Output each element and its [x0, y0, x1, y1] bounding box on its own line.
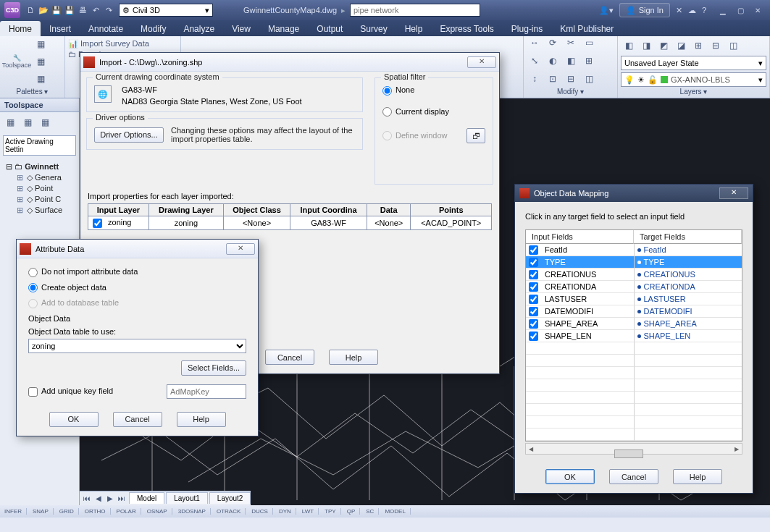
sign-in-button[interactable]: 👤 Sign In [619, 3, 670, 17]
globe-icon[interactable]: 🌐 [94, 85, 112, 103]
modify-icon[interactable]: ↕ [527, 71, 543, 87]
tab-home[interactable]: Home [0, 21, 41, 36]
qat-saveas-icon[interactable]: 💾 [64, 4, 75, 16]
help-button[interactable]: Help [177, 412, 226, 427]
palette-icon[interactable]: ▦ [33, 54, 49, 69]
status-toggle[interactable]: DUCS [251, 508, 273, 515]
tab-modify[interactable]: Modify [132, 21, 175, 36]
column-header[interactable]: Input Coordina [290, 204, 367, 216]
search-input[interactable] [350, 4, 480, 17]
status-toggle[interactable]: OSNAP [147, 508, 172, 515]
exchange-icon[interactable]: ✕ [676, 6, 682, 15]
model-tab[interactable]: Model [129, 492, 164, 504]
cancel-button[interactable]: Cancel [265, 350, 314, 365]
modify-icon[interactable]: ⊟ [563, 71, 579, 87]
h-scrollbar[interactable]: ◀ ▶ [525, 443, 742, 455]
select-fields-button[interactable]: Select Fields... [181, 360, 246, 376]
mapping-row[interactable]: TYPETYPE [526, 256, 742, 269]
status-toggle[interactable]: GRID [59, 508, 79, 515]
layer-state-dropdown[interactable]: Unsaved Layer State▾ [621, 56, 766, 70]
layer-icon[interactable]: ◩ [656, 38, 671, 54]
mapping-row[interactable]: CREATIONDACREATIONDA [526, 281, 742, 293]
panel-title[interactable]: Modify ▾ [527, 87, 614, 96]
spatial-none-radio[interactable]: None [382, 85, 485, 96]
cloud-icon[interactable]: ☁ [688, 6, 696, 15]
column-header[interactable]: Points [411, 204, 492, 216]
tree-node[interactable]: ⊞ ◇ Surface [3, 205, 76, 216]
signin-icon[interactable]: 👤▾ [599, 6, 614, 15]
tab-survey[interactable]: Survey [351, 21, 396, 36]
toolspace-icon[interactable]: ▦ [2, 114, 18, 130]
toolspace-view-dropdown[interactable]: Active Drawing Settin [3, 135, 76, 156]
status-toggle[interactable]: SNAP [33, 508, 54, 515]
qat-redo-icon[interactable]: ↷ [103, 4, 114, 16]
layer-icon[interactable]: ◫ [725, 38, 741, 54]
scroll-right-icon[interactable]: ▶ [732, 446, 742, 452]
scroll-left-icon[interactable]: ◀ [526, 446, 536, 452]
mapping-row[interactable]: LASTUSERLASTUSER [526, 293, 742, 305]
ok-button[interactable]: OK [545, 469, 595, 484]
tree-node[interactable]: ⊞ ◇ Genera [3, 172, 76, 183]
modify-icon[interactable]: ⟳ [545, 35, 561, 51]
modify-icon[interactable]: ⊡ [545, 71, 561, 87]
layer-icon[interactable]: ⊟ [708, 38, 724, 54]
tab-last-icon[interactable]: ⏭ [116, 494, 127, 502]
tab-help[interactable]: Help [396, 21, 432, 36]
import-title-bar[interactable]: Import - C:\Dwg\..\zoning.shp ✕ [80, 53, 499, 72]
scroll-thumb[interactable] [614, 449, 643, 458]
ok-button[interactable]: OK [49, 412, 99, 427]
panel-title[interactable]: Palettes ▾ [3, 87, 62, 96]
status-toggle[interactable]: SC [366, 508, 379, 515]
tab-manage[interactable]: Manage [259, 21, 308, 36]
palette-icon[interactable]: ▦ [33, 36, 49, 52]
layer-icon[interactable]: ◧ [621, 38, 637, 54]
status-toggle[interactable]: MODEL [385, 508, 410, 515]
mapping-row[interactable]: SHAPE_LENSHAPE_LEN [526, 330, 742, 342]
workspace-selector[interactable]: ⚙ Civil 3D ▾ [119, 4, 213, 17]
mapping-row[interactable]: CREATIONUSCREATIONUS [526, 269, 742, 281]
column-header[interactable]: Input Layer [88, 204, 149, 216]
palette-icon[interactable]: ▦ [33, 71, 49, 87]
qat-print-icon[interactable]: 🖶 [77, 4, 88, 16]
panel-title[interactable]: Layers ▾ [621, 87, 766, 96]
attr-title-bar[interactable]: Attribute Data ✕ [17, 240, 258, 258]
modify-icon[interactable]: ✂ [563, 35, 579, 51]
layer-current-dropdown[interactable]: 💡☀🔓GX-ANNO-LBLS▾ [621, 72, 766, 87]
close-icon[interactable]: ✕ [467, 56, 496, 68]
tab-output[interactable]: Output [308, 21, 351, 36]
table-cell[interactable]: zoning [88, 216, 149, 230]
mapping-row[interactable]: DATEMODIFIDATEMODIFI [526, 305, 742, 318]
tab-prev-icon[interactable]: ◀ [93, 494, 104, 502]
table-cell[interactable]: GA83-WF [290, 216, 367, 230]
modify-icon[interactable]: ⊞ [581, 53, 597, 69]
driver-options-button[interactable]: Driver Options... [94, 127, 164, 143]
help-button[interactable]: Help [673, 469, 722, 484]
modify-icon[interactable]: ◐ [545, 53, 561, 69]
minimize-icon[interactable]: ▁ [715, 4, 731, 16]
modify-icon[interactable]: ↔ [527, 35, 543, 51]
layer-icon[interactable]: ⊞ [690, 38, 706, 54]
modify-icon[interactable]: ▭ [581, 35, 597, 51]
layer-icon[interactable]: ◪ [673, 38, 689, 54]
tab-first-icon[interactable]: ⏮ [81, 494, 93, 502]
object-data-table-select[interactable]: zoning [28, 339, 246, 353]
import-survey-button[interactable]: 📊 Import Survey Data [68, 39, 149, 48]
tab-analyze[interactable]: Analyze [175, 21, 223, 36]
spatial-current-radio[interactable]: Current display [382, 107, 485, 117]
column-header[interactable]: Data [367, 204, 410, 216]
close-icon[interactable]: ✕ [719, 187, 748, 199]
modify-icon[interactable]: ◧ [563, 53, 579, 69]
unique-key-input[interactable] [167, 384, 246, 399]
pick-window-button[interactable]: 🗗 [466, 128, 485, 143]
qat-save-icon[interactable]: 💾 [51, 4, 62, 16]
help-icon[interactable]: ? [702, 6, 706, 14]
tab-next-icon[interactable]: ▶ [104, 494, 116, 502]
model-tab[interactable]: Layout1 [166, 492, 208, 504]
mapping-row[interactable]: SHAPE_AREASHAPE_AREA [526, 318, 742, 330]
tab-insert[interactable]: Insert [41, 21, 80, 36]
column-header[interactable]: Drawing Layer [148, 204, 223, 216]
toolspace-tree[interactable]: ⊟ 🗀 Gwinnett ⊞ ◇ Genera⊞ ◇ Point⊞ ◇ Poin… [0, 159, 79, 219]
fields-table[interactable]: Input Fields Target Fields FeatIdFeatIdT… [525, 229, 742, 442]
layer-icon[interactable]: ◨ [638, 38, 654, 54]
cancel-button[interactable]: Cancel [113, 412, 162, 427]
